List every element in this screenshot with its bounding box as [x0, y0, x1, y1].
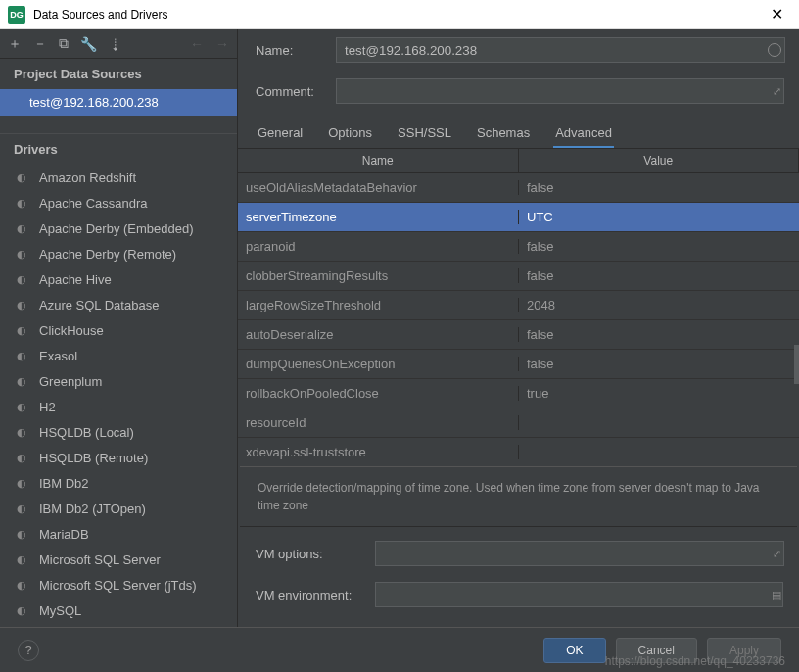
revert-icon[interactable]: ⭭	[109, 36, 122, 52]
prop-name: autoDeserialize	[238, 327, 519, 342]
driver-label: Apache Hive	[39, 272, 112, 287]
driver-label: MariaDB	[39, 527, 89, 542]
sidebar-toolbar: ＋ － ⧉ 🔧 ⭭ ← →	[0, 29, 237, 59]
driver-item[interactable]: ◐Azure SQL Database	[0, 292, 237, 317]
prop-value: false	[519, 239, 799, 254]
vm-options-input[interactable]	[375, 541, 784, 566]
status-ring-icon	[768, 43, 781, 57]
property-row[interactable]: xdevapi.ssl-truststore	[238, 438, 799, 464]
driver-label: Azure SQL Database	[39, 298, 159, 312]
expand-icon[interactable]: ⤢	[773, 85, 781, 98]
db-icon: ◐	[14, 501, 29, 516]
vm-env-label: VM environment:	[256, 588, 363, 602]
titlebar: DG Data Sources and Drivers ✕	[0, 0, 799, 29]
close-icon[interactable]: ✕	[763, 5, 791, 24]
driver-item[interactable]: ◐HSQLDB (Local)	[0, 419, 237, 445]
prop-value: false	[519, 268, 799, 283]
add-icon[interactable]: ＋	[8, 35, 22, 53]
tab-schemas[interactable]: Schemas	[475, 120, 532, 148]
driver-item[interactable]: ◐Apache Derby (Remote)	[0, 241, 237, 266]
prop-value: false	[519, 180, 799, 195]
property-row[interactable]: paranoidfalse	[238, 232, 799, 262]
name-input[interactable]	[336, 37, 785, 63]
db-icon: ◐	[14, 373, 29, 389]
driver-item[interactable]: ◐H2	[0, 394, 237, 419]
comment-label: Comment:	[256, 84, 324, 99]
sources-header: Project Data Sources	[0, 59, 237, 89]
driver-item[interactable]: ◐HSQLDB (Remote)	[0, 445, 237, 470]
driver-item[interactable]: ◐Microsoft SQL Server	[0, 547, 237, 572]
driver-item[interactable]: ◐MariaDB	[0, 521, 237, 547]
driver-label: MySQL	[39, 603, 81, 618]
prop-value: 2048	[519, 298, 799, 312]
tab-options[interactable]: Options	[326, 120, 374, 148]
db-icon: ◐	[14, 526, 29, 542]
driver-label: Greenplum	[39, 374, 102, 389]
driver-item[interactable]: ◐ClickHouse	[0, 317, 237, 343]
prop-value: true	[519, 386, 799, 401]
db-icon: ◐	[14, 424, 29, 440]
property-row[interactable]: resourceId	[238, 408, 799, 438]
prop-name: clobberStreamingResults	[238, 268, 519, 283]
driver-label: Apache Derby (Embedded)	[39, 221, 194, 236]
wrench-icon[interactable]: 🔧	[80, 36, 97, 52]
driver-item[interactable]: ◐IBM Db2 (JTOpen)	[0, 496, 237, 521]
back-icon[interactable]: ←	[190, 36, 204, 52]
property-row[interactable]: autoDeserializefalse	[238, 320, 799, 350]
remove-icon[interactable]: －	[33, 35, 47, 53]
driver-item[interactable]: ◐MySQL	[0, 598, 237, 623]
driver-item[interactable]: ◐Amazon Redshift	[0, 165, 237, 190]
prop-name: dumpQueriesOnException	[238, 357, 519, 371]
forward-icon[interactable]: →	[215, 36, 229, 52]
prop-name: serverTimezone	[238, 210, 519, 224]
db-icon: ◐	[14, 552, 29, 567]
tab-advanced[interactable]: Advanced	[553, 120, 614, 148]
window-title: Data Sources and Drivers	[33, 8, 763, 22]
ok-button[interactable]: OK	[543, 638, 605, 663]
property-row[interactable]: rollbackOnPooledClosetrue	[238, 379, 799, 408]
tab-general[interactable]: General	[256, 120, 305, 148]
prop-name: useOldAliasMetadataBehavior	[238, 180, 519, 195]
prop-name: resourceId	[238, 415, 519, 430]
db-icon: ◐	[14, 602, 29, 618]
driver-item[interactable]: ◐Exasol	[0, 343, 237, 368]
db-icon: ◐	[14, 271, 29, 287]
property-row[interactable]: dumpQueriesOnExceptionfalse	[238, 350, 799, 379]
property-row[interactable]: serverTimezoneUTC	[238, 203, 799, 232]
prop-name: largeRowSizeThreshold	[238, 298, 519, 312]
help-button[interactable]: ?	[18, 640, 39, 661]
comment-input[interactable]	[336, 78, 784, 104]
app-icon: DG	[8, 6, 25, 24]
driver-item[interactable]: ◐Microsoft SQL Server (jTds)	[0, 572, 237, 598]
driver-item[interactable]: ◐Greenplum	[0, 368, 237, 394]
property-row[interactable]: clobberStreamingResultsfalse	[238, 262, 799, 291]
driver-label: H2	[39, 400, 56, 414]
scrollbar-thumb[interactable]	[794, 345, 799, 384]
tab-ssh/ssl[interactable]: SSH/SSL	[396, 120, 453, 148]
driver-label: IBM Db2 (JTOpen)	[39, 502, 146, 516]
expand-icon[interactable]: ⤢	[773, 548, 781, 560]
property-row[interactable]: largeRowSizeThreshold2048	[238, 291, 799, 320]
property-row[interactable]: useOldAliasMetadataBehaviorfalse	[238, 173, 799, 203]
prop-value: false	[519, 327, 799, 342]
driver-item[interactable]: ◐Apache Cassandra	[0, 190, 237, 216]
data-source-item[interactable]: test@192.168.200.238	[0, 89, 237, 116]
driver-label: HSQLDB (Remote)	[39, 451, 148, 465]
db-icon: ◐	[14, 195, 29, 211]
driver-item[interactable]: ◐IBM Db2	[0, 470, 237, 496]
driver-item[interactable]: ◐Apache Derby (Embedded)	[0, 216, 237, 241]
col-value[interactable]: Value	[519, 149, 800, 172]
col-name[interactable]: Name	[238, 149, 519, 172]
driver-label: Amazon Redshift	[39, 170, 136, 185]
vm-env-input[interactable]	[375, 582, 783, 607]
driver-item[interactable]: ◐Apache Hive	[0, 266, 237, 292]
driver-label: Microsoft SQL Server	[39, 552, 161, 567]
driver-label: Apache Cassandra	[39, 196, 148, 211]
list-icon[interactable]: ▤	[772, 589, 781, 601]
prop-value: false	[519, 357, 799, 371]
properties-table: Name Value useOldAliasMetadataBehaviorfa…	[238, 149, 799, 464]
db-icon: ◐	[14, 450, 29, 465]
copy-icon[interactable]: ⧉	[59, 35, 69, 52]
db-icon: ◐	[14, 297, 29, 312]
db-icon: ◐	[14, 348, 29, 363]
